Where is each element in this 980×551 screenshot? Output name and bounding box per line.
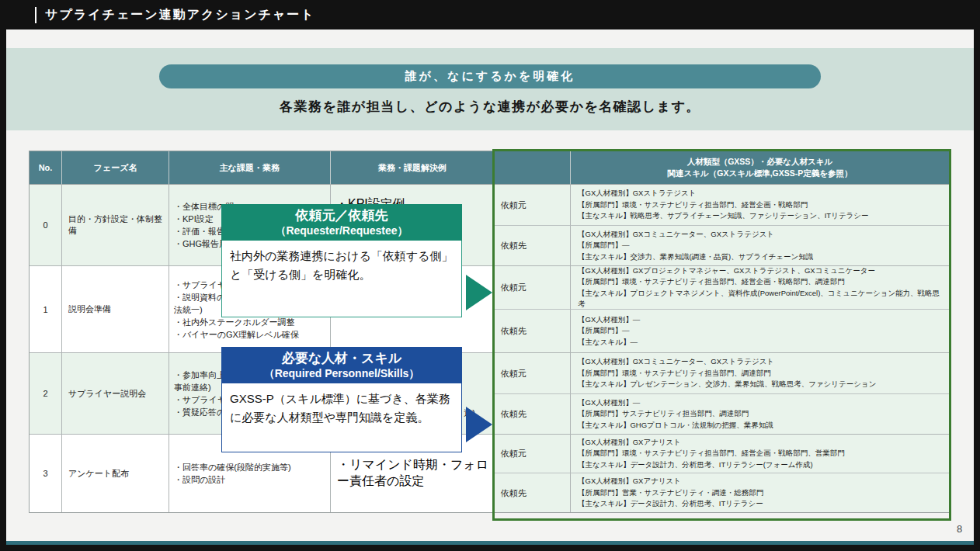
detail-skills: 【主なスキル】―	[578, 337, 946, 348]
right-arrow-icon	[466, 407, 492, 442]
detail-dept: 【所属部門】―	[578, 325, 946, 337]
detail-skills: 【主なスキル】プレゼンテーション、交渉力、業界知識、戦略思考、ファシリテーション	[578, 379, 946, 390]
row0-requestee-detail: 【GX人材種別】GXコミュニケーター、GXストラテジスト 【所属部門】― 【主な…	[571, 226, 949, 266]
header-phase: フェーズ名	[62, 151, 169, 185]
row2-requester-label: 依頼元	[495, 353, 571, 394]
detail-jinzai: 【GX人材種別】―	[578, 397, 946, 409]
detail-dept: 【所属部門】環境・サステナビリティ担当部門、調達部門	[578, 368, 946, 379]
row0-requester-label: 依頼元	[495, 185, 571, 226]
hero-subtitle: 各業務を誰が担当し、どのような連携が必要かを名確認します。	[6, 98, 974, 116]
detail-dept: 【所属部門】環境・サステナビリティ担当部門、経営企画・戦略部門	[578, 199, 946, 211]
detail-skills: 【主なスキル】データ設計力、分析思考、ITリテラシー	[578, 498, 946, 510]
header-personnel: 人材類型（GXSS）・必要な人材スキル 関連スキル（GXスキル標準,GXSS-P…	[571, 151, 949, 185]
row3-requestee-label: 依頼先	[495, 473, 571, 512]
callout1-body: 社内外の業務連携における「依頼する側」と「受ける側」を明確化。	[221, 241, 462, 317]
callout1-title: 依頼元／依頼先	[296, 207, 388, 224]
detail-jinzai: 【GX人材種別】GXストラテジスト	[578, 188, 946, 199]
row2-requestee-detail: 【GX人材種別】― 【所属部門】サステナビリティ担当部門、調達部門 【主なスキル…	[571, 394, 949, 435]
row3-requester-detail: 【GX人材種別】GXアナリスト 【所属部門】環境・サステナビリティ担当部門、経営…	[571, 435, 949, 473]
task-line: ・設問の設計	[174, 473, 330, 486]
detail-dept: 【所属部門】サステナビリティ担当部門、調達部門	[578, 408, 946, 420]
detail-jinzai: 【GX人材種別】GXアナリスト	[578, 437, 946, 449]
header-personnel-line1: 人材類型（GXSS）・必要な人材スキル	[687, 156, 833, 168]
callout1-subtitle: （Requester/Requestee）	[275, 224, 408, 237]
detail-jinzai: 【GX人材種別】GXコミュニケーター、GXストラテジスト	[578, 356, 946, 368]
row1-requester-detail: 【GX人材種別】GXプロジェクトマネジャー、GXストラテジスト、GXコミュニケー…	[571, 266, 949, 310]
detail-skills: 【主なスキル】GHGプロトコル・法規制の把握、業界知識	[578, 420, 946, 431]
callout2-title: 必要な人材・スキル	[282, 350, 402, 366]
bottom-accent-strip	[6, 541, 974, 545]
detail-jinzai: 【GX人材種別】GXコミュニケーター、GXストラテジスト	[578, 229, 946, 241]
detail-skills: 【主なスキル】プロジェクトマネジメント、資料作成(PowerPoint/Exce…	[578, 288, 946, 310]
action-chart-table: No. フェーズ名 主な課題・業務 業務・課題解決例 人材類型（GXSS）・必要…	[30, 151, 949, 512]
page-number: 8	[957, 523, 962, 535]
row0-requester-detail: 【GX人材種別】GXストラテジスト 【所属部門】環境・サステナビリティ担当部門、…	[571, 185, 949, 226]
slide-title-bar: サプライチェーン連動アクションチャート	[0, 0, 980, 29]
callout2-body: GXSS-P（スキル標準）に基づき、各業務に必要な人材類型や専門知識を定義。	[221, 383, 462, 452]
slide-canvas: 誰が、なにするかを明確化 各業務を誰が担当し、どのような連携が必要かを名確認しま…	[6, 29, 974, 545]
row0-phase: 目的・方針設定・体制整備	[62, 185, 169, 266]
detail-skills: 【主なスキル】データ設計力、分析思考、ITリテラシー(フォーム作成)	[578, 459, 946, 471]
row3-no: 3	[30, 435, 62, 512]
detail-dept: 【所属部門】環境・サステナビリティ担当部門、経営企画・戦略部門、営業部門	[578, 448, 946, 459]
row1-requester-label: 依頼元	[495, 266, 571, 310]
row3-requestee-detail: 【GX人材種別】GXアナリスト 【所属部門】営業・サステナビリティ・調達・総務部…	[571, 473, 949, 512]
solution-line: ・リマインド時期・フォロー責任者の設定	[337, 457, 494, 490]
row3-requester-label: 依頼元	[495, 435, 571, 473]
header-personnel-line2: 関連スキル（GXスキル標準,GXSS-P定義を参照）	[668, 168, 853, 179]
slide-title: サプライチェーン連動アクションチャート	[45, 7, 315, 23]
task-line: ・バイヤーのGX理解レベル確保	[174, 328, 330, 341]
row0-requestee-label: 依頼先	[495, 226, 571, 266]
detail-skills: 【主なスキル】戦略思考、サプライチェーン知識、ファシリテーション、ITリテラシー	[578, 210, 946, 222]
screenshot-frame: サプライチェーン連動アクションチャート 誰が、なにするかを明確化 各業務を誰が担…	[0, 0, 980, 551]
header-requester-blank	[495, 151, 571, 185]
row2-phase: サプライヤー説明会	[62, 353, 169, 435]
row0-no: 0	[30, 185, 62, 266]
header-solutions: 業務・課題解決例	[331, 151, 495, 185]
callout2-subtitle: （Required Personnel/Skills）	[264, 366, 420, 380]
row1-phase: 説明会準備	[62, 266, 169, 353]
callout-requester-requestee: 依頼元／依頼先 （Requester/Requestee） 社内外の業務連携にお…	[221, 204, 462, 317]
detail-skills: 【主なスキル】交渉力、業界知識(調達・品質)、サプライチェーン知識	[578, 251, 946, 263]
row1-no: 1	[30, 266, 62, 353]
row2-no: 2	[30, 353, 62, 435]
hero-pill: 誰が、なにするかを明確化	[159, 64, 821, 88]
header-tasks: 主な課題・業務	[169, 151, 331, 185]
callout-required-skills: 必要な人材・スキル （Required Personnel/Skills） GX…	[221, 347, 462, 452]
hero-band: 誰が、なにするかを明確化 各業務を誰が担当し、どのような連携が必要かを名確認しま…	[6, 48, 974, 130]
row2-requestee-label: 依頼先	[495, 394, 571, 435]
row2-requester-detail: 【GX人材種別】GXコミュニケーター、GXストラテジスト 【所属部門】環境・サス…	[571, 353, 949, 394]
callout2-header: 必要な人材・スキル （Required Personnel/Skills）	[221, 347, 462, 383]
header-no: No.	[30, 151, 62, 185]
detail-dept: 【所属部門】―	[578, 240, 946, 251]
row3-phase: アンケート配布	[62, 435, 169, 512]
row1-requestee-detail: 【GX人材種別】― 【所属部門】― 【主なスキル】―	[571, 310, 949, 353]
right-arrow-icon	[466, 275, 492, 310]
detail-jinzai: 【GX人材種別】GXアナリスト	[578, 476, 946, 487]
callout1-header: 依頼元／依頼先 （Requester/Requestee）	[221, 204, 462, 241]
row1-requestee-label: 依頼先	[495, 310, 571, 353]
title-accent-bar	[35, 7, 36, 23]
task-line: ・回答率の確保(段階的実施等)	[174, 461, 330, 473]
detail-dept: 【所属部門】営業・サステナビリティ・調達・総務部門	[578, 487, 946, 499]
detail-jinzai: 【GX人材種別】―	[578, 314, 946, 326]
detail-jinzai: 【GX人材種別】GXプロジェクトマネジャー、GXストラテジスト、GXコミュニケー…	[578, 266, 946, 276]
detail-dept: 【所属部門】環境・サステナビリティ担当部門、経営企画・戦略部門、調達部門	[578, 276, 946, 288]
